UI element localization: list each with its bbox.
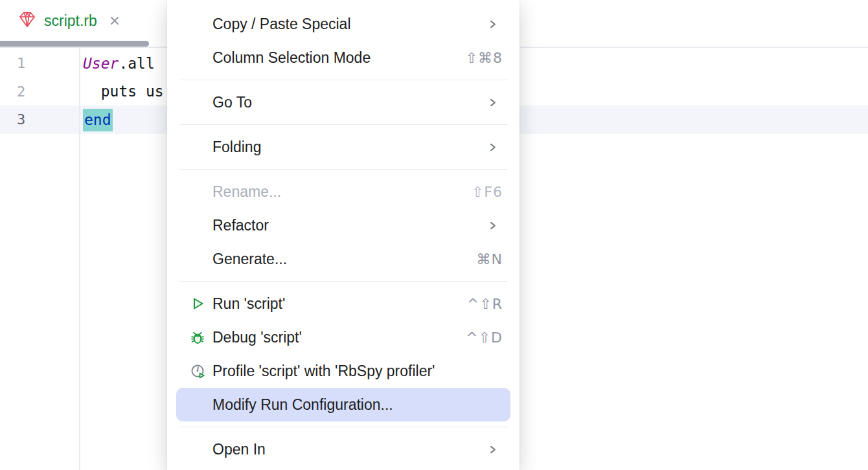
- menu-item-label: Generate...: [212, 251, 464, 268]
- menu-item-label: Column Selection Mode: [212, 49, 453, 67]
- menu-item-label: Run 'script': [212, 295, 454, 313]
- run-icon: [189, 295, 206, 312]
- line-number: 1: [0, 55, 79, 71]
- profile-icon: [189, 363, 206, 379]
- menu-separator: [179, 124, 508, 125]
- menu-item-shortcut: ^⇧D: [466, 330, 503, 346]
- menu-item-label: Refactor: [212, 217, 475, 234]
- menu-item-modify-run-configuration[interactable]: Modify Run Configuration...: [176, 388, 510, 421]
- code-token: User: [83, 55, 119, 72]
- submenu-arrow-icon: [488, 98, 497, 107]
- icon-slot-empty: [189, 396, 206, 413]
- menu-item-shortcut: ⇧⌘8: [466, 50, 503, 66]
- menu-item-copy-paste-special[interactable]: Copy / Paste Special: [176, 7, 510, 41]
- menu-item-label: Rename...: [212, 183, 459, 201]
- icon-slot-empty: [189, 16, 206, 32]
- debug-icon: [189, 329, 206, 346]
- menu-item-column-selection-mode[interactable]: Column Selection Mode⇧⌘8: [176, 41, 510, 74]
- menu-item-label: Debug 'script': [212, 329, 453, 346]
- code-token: puts us: [83, 83, 164, 100]
- close-icon[interactable]: [108, 14, 121, 27]
- menu-item-shortcut: ^⇧R: [467, 296, 503, 312]
- rubymine-window: script.rb 1User.all2 puts us3end Copy / …: [0, 0, 868, 470]
- menu-item-label: Profile 'script' with 'RbSpy profiler': [212, 363, 503, 380]
- menu-item-folding[interactable]: Folding: [176, 130, 510, 164]
- menu-item-refactor[interactable]: Refactor: [176, 208, 510, 242]
- menu-item-go-to[interactable]: Go To: [176, 85, 510, 119]
- menu-item-profile-script-with-rbspy-profiler[interactable]: Profile 'script' with 'RbSpy profiler': [176, 354, 510, 388]
- icon-slot-empty: [189, 49, 206, 66]
- icon-slot-empty: [189, 183, 206, 200]
- submenu-arrow-icon: [488, 142, 497, 152]
- menu-item-rename: Rename...⇧F6: [176, 175, 510, 208]
- ruby-gem-icon: [17, 10, 37, 32]
- context-menu: Copy / Paste SpecialColumn Selection Mod…: [167, 0, 520, 470]
- tab-script-rb[interactable]: script.rb: [0, 0, 131, 41]
- menu-item-label: Folding: [212, 139, 475, 156]
- active-tab-underline: [0, 41, 149, 47]
- menu-item-run-script[interactable]: Run 'script'^⇧R: [176, 287, 510, 320]
- submenu-arrow-icon: [488, 19, 497, 29]
- menu-item-label: Go To: [212, 94, 475, 111]
- gutter-divider: [79, 48, 80, 470]
- menu-item-shortcut: ⇧F6: [472, 184, 503, 200]
- menu-item-label: Copy / Paste Special: [212, 16, 475, 33]
- menu-item-debug-script[interactable]: Debug 'script'^⇧D: [176, 320, 510, 354]
- icon-slot-empty: [189, 94, 206, 111]
- menu-item-open-in[interactable]: Open In: [176, 432, 510, 466]
- icon-slot-empty: [189, 139, 206, 155]
- code-token: .all: [119, 55, 154, 72]
- tab-filename: script.rb: [44, 12, 97, 30]
- icon-slot-empty: [189, 441, 206, 458]
- icon-slot-empty: [189, 251, 206, 267]
- icon-slot-empty: [189, 217, 206, 234]
- line-number: 3: [0, 111, 79, 128]
- submenu-arrow-icon: [488, 445, 497, 454]
- menu-separator: [179, 427, 508, 427]
- menu-separator: [179, 80, 508, 80]
- line-number: 2: [0, 84, 79, 100]
- menu-item-label: Open In: [212, 441, 475, 458]
- menu-item-shortcut: ⌘N: [477, 251, 503, 267]
- menu-separator: [179, 169, 508, 170]
- menu-separator: [179, 281, 508, 282]
- selected-token: end: [83, 109, 113, 131]
- menu-item-generate[interactable]: Generate...⌘N: [176, 242, 510, 276]
- submenu-arrow-icon: [488, 221, 497, 230]
- menu-item-label: Modify Run Configuration...: [212, 396, 503, 414]
